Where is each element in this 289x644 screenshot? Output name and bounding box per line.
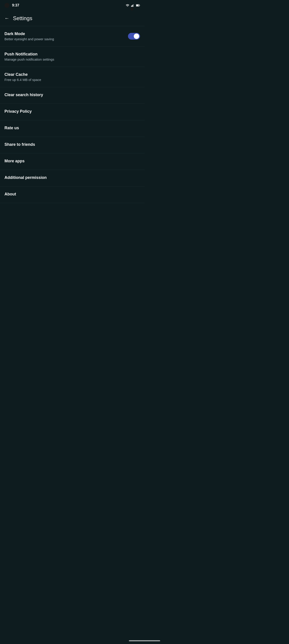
- status-bar-right: [121, 4, 140, 7]
- additional-permission-title: Additional permission: [4, 175, 140, 180]
- about-title: About: [4, 192, 140, 196]
- dark-mode-subtitle: Better eyesight and power saving: [4, 37, 128, 41]
- settings-item-share-to-friends[interactable]: Share to friends: [0, 137, 144, 154]
- about-content: About: [4, 192, 140, 198]
- settings-item-privacy-policy[interactable]: Privacy Policy: [0, 104, 144, 120]
- clear-cache-title: Clear Cache: [4, 72, 140, 77]
- signal-icon: [131, 4, 135, 7]
- push-notification-title: Push Notification: [4, 52, 140, 56]
- settings-item-dark-mode[interactable]: Dark Mode Better eyesight and power savi…: [0, 26, 144, 46]
- more-apps-title: More apps: [4, 159, 140, 164]
- toggle-slider: [128, 33, 140, 40]
- share-to-friends-title: Share to friends: [4, 142, 140, 147]
- status-time: 9:37: [12, 3, 19, 8]
- privacy-policy-content: Privacy Policy: [4, 109, 140, 115]
- push-notification-content: Push Notification Manage push notificati…: [4, 52, 140, 61]
- privacy-policy-title: Privacy Policy: [4, 109, 140, 114]
- additional-permission-content: Additional permission: [4, 175, 140, 181]
- status-bar: 9:37: [0, 0, 144, 11]
- rate-us-content: Rate us: [4, 126, 140, 131]
- svg-rect-6: [136, 5, 139, 6]
- settings-header: ← Settings: [0, 11, 144, 26]
- wifi-icon: [125, 4, 130, 7]
- clear-cache-subtitle: Free up 6.4 MB of space: [4, 78, 140, 82]
- settings-item-about[interactable]: About: [0, 186, 144, 203]
- settings-item-more-apps[interactable]: More apps: [0, 154, 144, 170]
- clear-search-history-content: Clear search history: [4, 92, 140, 98]
- clear-search-history-title: Clear search history: [4, 92, 140, 97]
- camera-dot: [4, 3, 9, 8]
- settings-list: Dark Mode Better eyesight and power savi…: [0, 26, 144, 203]
- dark-mode-content: Dark Mode Better eyesight and power savi…: [4, 32, 128, 41]
- rate-us-title: Rate us: [4, 126, 140, 130]
- settings-item-clear-cache[interactable]: Clear Cache Free up 6.4 MB of space: [0, 67, 144, 87]
- dark-mode-title: Dark Mode: [4, 32, 128, 36]
- camera-center-dot: [130, 8, 134, 10]
- back-button[interactable]: ←: [4, 16, 9, 21]
- svg-rect-3: [133, 4, 134, 7]
- settings-item-additional-permission[interactable]: Additional permission: [0, 170, 144, 186]
- svg-rect-2: [132, 5, 133, 7]
- share-to-friends-content: Share to friends: [4, 142, 140, 148]
- dark-mode-toggle[interactable]: [128, 33, 140, 40]
- push-notification-subtitle: Manage push notification settings: [4, 58, 140, 61]
- more-apps-content: More apps: [4, 159, 140, 164]
- svg-rect-0: [131, 6, 132, 7]
- battery-icon: [136, 4, 140, 7]
- page-title: Settings: [13, 15, 32, 22]
- svg-rect-5: [140, 5, 140, 6]
- settings-item-rate-us[interactable]: Rate us: [0, 120, 144, 137]
- svg-rect-1: [132, 5, 132, 7]
- settings-item-clear-search-history[interactable]: Clear search history: [0, 87, 144, 104]
- dark-mode-toggle-container: [128, 33, 140, 40]
- settings-item-push-notification[interactable]: Push Notification Manage push notificati…: [0, 46, 144, 67]
- status-bar-left: 9:37: [4, 3, 19, 8]
- clear-cache-content: Clear Cache Free up 6.4 MB of space: [4, 72, 140, 82]
